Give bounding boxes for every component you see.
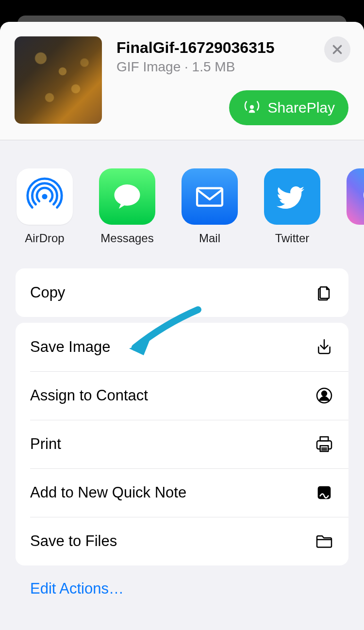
action-print[interactable]: Print bbox=[16, 420, 348, 468]
contact-icon bbox=[314, 386, 334, 405]
download-icon bbox=[314, 337, 334, 357]
action-label: Save to Files bbox=[30, 532, 117, 550]
action-save-image[interactable]: Save Image bbox=[16, 323, 348, 371]
shareplay-icon bbox=[243, 99, 261, 117]
folder-icon bbox=[314, 531, 334, 551]
svg-point-0 bbox=[250, 105, 254, 109]
action-label: Save Image bbox=[30, 338, 110, 356]
app-messages[interactable]: Messages bbox=[99, 168, 155, 245]
action-label: Print bbox=[30, 435, 61, 453]
svg-rect-7 bbox=[320, 437, 329, 441]
action-label: Copy bbox=[30, 284, 65, 301]
app-twitter[interactable]: Twitter bbox=[264, 168, 320, 245]
app-airdrop[interactable]: AirDrop bbox=[17, 168, 73, 245]
svg-point-6 bbox=[322, 391, 327, 396]
shareplay-button[interactable]: SharePlay bbox=[229, 90, 348, 125]
messages-icon bbox=[99, 168, 155, 225]
app-label: Mail bbox=[199, 232, 220, 245]
app-mail[interactable]: Mail bbox=[182, 168, 238, 245]
action-label: Add to New Quick Note bbox=[30, 484, 186, 501]
share-apps-row[interactable]: AirDrop Messages Mail Twitter bbox=[0, 140, 364, 263]
file-title: FinalGif-16729036315 bbox=[116, 39, 350, 56]
app-messenger[interactable]: Me bbox=[347, 168, 364, 245]
app-label: Twitter bbox=[275, 232, 310, 245]
file-meta: FinalGif-16729036315 GIF Image · 1.5 MB bbox=[102, 36, 350, 75]
action-add-quick-note[interactable]: Add to New Quick Note bbox=[16, 468, 348, 517]
actions-section-primary: Copy bbox=[16, 268, 348, 317]
close-icon bbox=[331, 43, 344, 56]
action-assign-contact[interactable]: Assign to Contact bbox=[16, 371, 348, 420]
edit-actions-link[interactable]: Edit Actions… bbox=[16, 580, 348, 597]
airdrop-icon bbox=[17, 168, 73, 225]
file-thumbnail bbox=[15, 36, 102, 124]
svg-point-2 bbox=[114, 184, 140, 206]
action-save-to-files[interactable]: Save to Files bbox=[16, 517, 348, 565]
messenger-icon bbox=[347, 168, 364, 225]
file-subtitle: GIF Image · 1.5 MB bbox=[116, 59, 350, 75]
printer-icon bbox=[314, 434, 334, 454]
action-copy[interactable]: Copy bbox=[16, 268, 348, 317]
close-button[interactable] bbox=[324, 36, 350, 63]
mail-icon bbox=[182, 168, 238, 225]
actions-section: Save Image Assign to Contact Print bbox=[16, 323, 348, 565]
svg-point-1 bbox=[42, 194, 47, 199]
svg-rect-3 bbox=[197, 188, 222, 206]
share-header: FinalGif-16729036315 GIF Image · 1.5 MB … bbox=[0, 22, 364, 140]
shareplay-label: SharePlay bbox=[268, 99, 335, 116]
twitter-icon bbox=[264, 168, 320, 225]
share-sheet: FinalGif-16729036315 GIF Image · 1.5 MB … bbox=[0, 22, 364, 630]
app-label: Messages bbox=[100, 232, 153, 245]
copy-icon bbox=[314, 283, 334, 302]
quick-note-icon bbox=[314, 483, 334, 502]
app-label: AirDrop bbox=[25, 232, 64, 245]
action-label: Assign to Contact bbox=[30, 387, 148, 404]
